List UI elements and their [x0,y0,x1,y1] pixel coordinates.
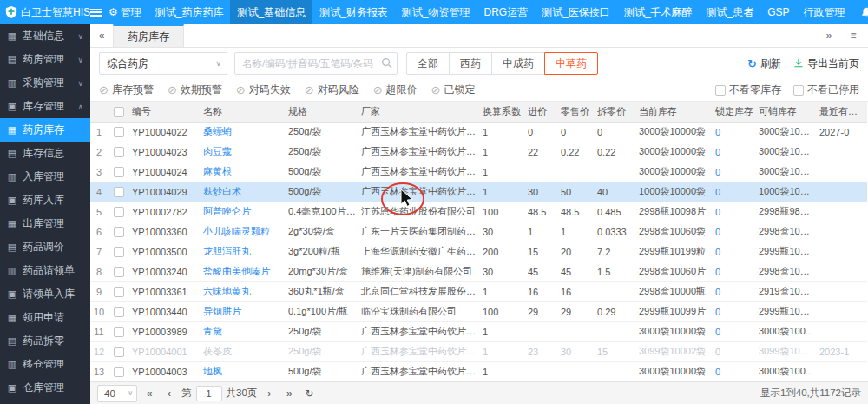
filter-toggle[interactable]: ⊘对码风险 [305,83,359,97]
row-select-checkbox[interactable] [108,202,129,222]
cell-locked-stock[interactable]: 0 [713,301,756,321]
refresh-button[interactable]: ↻ 刷新 [747,56,781,71]
cell-locked-stock[interactable]: 0 [713,162,756,182]
row-select-checkbox[interactable] [108,242,129,262]
tabs-list-icon[interactable]: ≡ [842,30,865,42]
sidebar-item[interactable]: ▦基础信息∨ [0,24,90,48]
tab-pharmacy-stock[interactable]: 药房库存 [113,24,184,47]
sidebar-item[interactable]: ▤药房管理∨ [0,48,90,71]
sidebar-item[interactable]: ▥药品请领单 [0,259,90,282]
page-number-input[interactable]: 1 [196,386,222,401]
cell-name[interactable]: 六味地黄丸 [201,281,286,301]
row-select-checkbox[interactable] [108,122,129,142]
last-page-button[interactable]: » [281,386,297,401]
table-row[interactable]: 5YP10002782阿普唑仑片0.4毫克100片/瓶江苏恩华药业股份有限公司1… [90,202,867,222]
sidebar-item[interactable]: ▣请领单入库 [0,282,90,306]
category-button[interactable]: 西药 [449,52,492,75]
cell-name[interactable]: 异烟肼片 [201,301,286,321]
category-button[interactable]: 中成药 [491,52,545,75]
row-select-checkbox[interactable] [108,281,129,301]
table-row[interactable]: 6YP10003360小儿咳喘灵颗粒2g*30袋/盒广东一片天医药集团制药有..… [90,222,867,242]
sidebar-item[interactable]: ▣库存管理∧ [0,95,90,118]
cell-locked-stock[interactable]: 0 [713,202,756,222]
tabs-scroll-left-icon[interactable]: « [90,24,113,47]
cell-name[interactable]: 青黛 [201,321,286,341]
cell-name[interactable]: 肉豆蔻 [201,142,286,162]
cell-name[interactable]: 盐酸曲美他嗪片 [201,262,286,281]
sidebar-item[interactable]: ▣仓库管理 [0,376,90,400]
row-select-checkbox[interactable] [108,361,129,381]
nav-item[interactable]: 行政管理 [797,0,852,24]
filter-toggle[interactable]: ⊘库存预警 [99,83,154,97]
sidebar-item[interactable]: ▦出库管理 [0,212,90,235]
sidebar-item[interactable]: ▦领用申请 [0,306,90,329]
table-row[interactable]: 1YP10004022桑螵蛸250g/袋广西玉林参宝堂中药饮片有...10003… [90,122,867,142]
page-size-select[interactable]: 40 ∨ [97,385,137,402]
sidebar-item[interactable]: ▥入库管理 [0,165,90,189]
pharmacy-select[interactable]: 综合药房 ∨ [99,52,227,75]
cell-locked-stock[interactable]: 0 [713,222,756,242]
sidebar-item[interactable]: ▤药品拆零 [0,329,90,353]
search-icon[interactable] [381,57,392,71]
table-row[interactable]: 12YP10004001茯苓皮250g/袋广西玉林参宝堂中药饮片有...1233… [90,341,867,361]
nav-item[interactable]: 测试_药房药库 [148,0,231,24]
cell-name[interactable]: 麸炒白术 [201,182,286,202]
table-row[interactable]: 3YP10004024麻黄根500g/袋广西玉林参宝堂中药饮片有...13000… [90,162,867,182]
cell-name[interactable]: 龙胆泻肝丸 [201,242,286,262]
nav-item[interactable]: ⚙管理 [102,0,148,24]
nav-item[interactable]: 测试_基础信息 [230,0,312,24]
export-button[interactable]: 导出当前页 [793,56,859,71]
cell-name[interactable]: 小儿咳喘灵颗粒 [201,222,286,242]
bell-icon[interactable]: 5 [861,5,868,19]
filter-toggle[interactable]: ⊘效期预警 [168,83,222,97]
search-input[interactable] [234,52,398,75]
next-page-button[interactable]: › [261,386,277,401]
sidebar-item[interactable]: ▥采购管理∨ [0,71,90,95]
nav-item[interactable]: DRG运营 [477,0,536,24]
cell-name[interactable]: 地枫 [201,361,286,381]
table-row[interactable]: 11YP10003989青黛250g/袋广西玉林参宝堂中药饮片有...13000… [90,321,867,341]
cell-name[interactable]: 桑螵蛸 [201,122,286,142]
table-row[interactable]: 13YP10004003地枫500g/袋广西玉林参宝堂中药饮片有...13000… [90,361,867,381]
cell-locked-stock[interactable]: 0 [713,321,756,341]
filter-checkbox[interactable]: 不看已停用 [793,83,859,97]
nav-item[interactable]: 测试_患者 [700,0,761,24]
table-row[interactable]: 4YP10004029麸炒白术500g/袋广西玉林参宝堂中药饮片有...1305… [90,182,867,202]
row-select-checkbox[interactable] [108,222,129,242]
nav-item[interactable]: GSP [760,0,796,24]
first-page-button[interactable]: « [141,386,157,401]
row-select-checkbox[interactable] [108,142,129,162]
reload-icon[interactable]: ↻ [301,386,317,401]
sidebar-item[interactable]: ▦药房库存 [0,118,90,142]
cell-name[interactable]: 麻黄根 [201,162,286,182]
sidebar-item[interactable]: ▥移仓管理 [0,353,90,376]
cell-locked-stock[interactable]: 0 [713,262,756,281]
row-select-checkbox[interactable] [108,262,129,281]
sidebar-item[interactable]: ▣药库入库 [0,189,90,212]
table-row[interactable]: 9YP10003361六味地黄丸360丸*1瓶/盒北京同仁堂科技发展股份有...… [90,281,867,301]
cell-locked-stock[interactable]: 0 [713,242,756,262]
nav-item[interactable]: 测试_物资管理 [395,0,477,24]
cell-name[interactable]: 茯苓皮 [201,341,286,361]
row-select-checkbox[interactable] [108,301,129,321]
filter-toggle[interactable]: ⊘已锁定 [431,83,476,97]
table-row[interactable]: 7YP10003500龙胆泻肝丸3g*200粒/瓶上海华源制药安徽广生药业...… [90,242,867,262]
table-row[interactable]: 10YP10003440异烟肼片0.1g*100片/瓶临汾宝珠制药有限公司100… [90,301,867,321]
prev-page-button[interactable]: ‹ [161,386,177,401]
cell-locked-stock[interactable]: 0 [713,361,756,381]
nav-item[interactable]: 测试_手术麻醉 [617,0,700,24]
sidebar-item[interactable]: ▤药品调价 [0,235,90,259]
category-button[interactable]: 中草药 [544,52,598,75]
filter-checkbox[interactable]: 不看零库存 [715,83,781,97]
tabs-scroll-right-icon[interactable]: » [818,30,840,42]
select-all-checkbox[interactable] [108,102,129,122]
menu-toggle-button[interactable] [90,0,102,24]
row-select-checkbox[interactable] [108,341,129,361]
sidebar-item[interactable]: ▤库存信息 [0,142,90,165]
cell-name[interactable]: 阿普唑仑片 [201,202,286,222]
filter-toggle[interactable]: ⊘对码失效 [236,83,291,97]
category-button[interactable]: 全部 [406,52,450,75]
cell-locked-stock[interactable]: 0 [713,281,756,301]
table-row[interactable]: 2YP10004023肉豆蔻250g/袋广西玉林参宝堂中药饮片有...1220.… [90,142,867,162]
cell-locked-stock[interactable]: 0 [713,182,756,202]
